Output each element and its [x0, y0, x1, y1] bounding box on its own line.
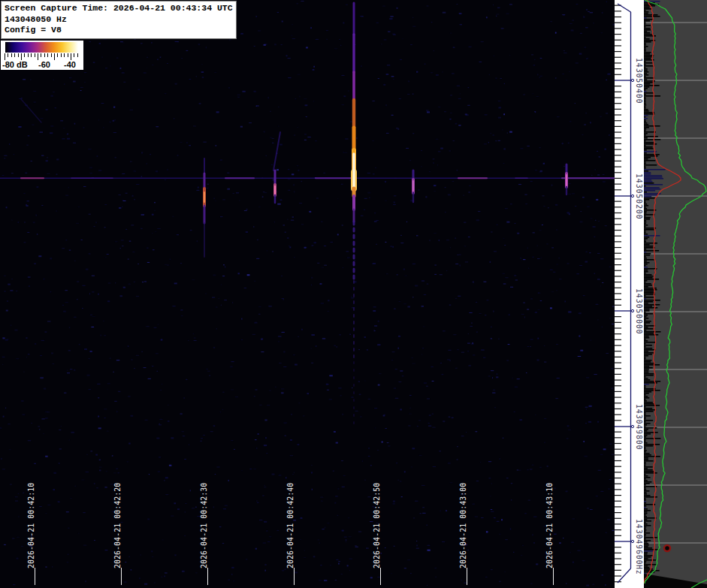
time-label: 2026-04-21 00:42:50 [373, 483, 381, 568]
time-label: 2026-04-21 00:43:10 [545, 483, 554, 568]
time-tick [121, 568, 122, 585]
frequency-label: 143050200 [635, 173, 643, 219]
spectrum-graph-panel [644, 0, 707, 588]
colorbar-label-mid: -60 [38, 60, 50, 69]
frequency-label: 143050000 [635, 288, 643, 334]
time-label: 2026-04-21 00:42:40 [286, 483, 295, 568]
colorbar-ticks-major [5, 53, 79, 60]
intensity-colorbar: -80 dB -60 -40 [1, 41, 83, 70]
spectrum-lab-screen: Screen Capture Time: 2026-04-21 00:43:34… [0, 0, 707, 588]
time-label: 2026-04-21 00:42:20 [113, 483, 122, 568]
time-tick [294, 568, 295, 585]
frequency-axis: 1430504001430502001430500001430498001430… [615, 0, 644, 588]
time-label: 2026-04-21 00:43:00 [459, 483, 467, 568]
waterfall-display: Screen Capture Time: 2026-04-21 00:43:34… [0, 0, 615, 588]
colorbar-gradient [5, 42, 78, 53]
time-label: 2026-04-21 00:42:10 [27, 483, 35, 568]
waterfall-canvas [0, 0, 615, 588]
frequency-label: 143049600 [635, 519, 643, 565]
spectrum-graph-canvas [644, 0, 707, 588]
time-tick [207, 568, 208, 585]
colorbar-label-max: -40 [64, 60, 76, 69]
time-tick [467, 568, 467, 585]
time-tick [380, 568, 381, 585]
config-text: Config = V8 [5, 25, 62, 35]
capture-time-text: Screen Capture Time: 2026-04-21 00:43:34… [5, 3, 233, 13]
frequency-text: 143048050 Hz [5, 14, 67, 24]
capture-info-box: Screen Capture Time: 2026-04-21 00:43:34… [1, 1, 237, 39]
frequency-unit-label: Hz [635, 565, 643, 575]
time-tick [35, 568, 35, 585]
time-label: 2026-04-21 00:42:30 [200, 483, 208, 568]
frequency-label: 143049800 [635, 404, 643, 450]
time-tick [553, 568, 554, 585]
frequency-label: 143050400 [635, 58, 643, 104]
colorbar-label-min: -80 dB [2, 60, 28, 69]
